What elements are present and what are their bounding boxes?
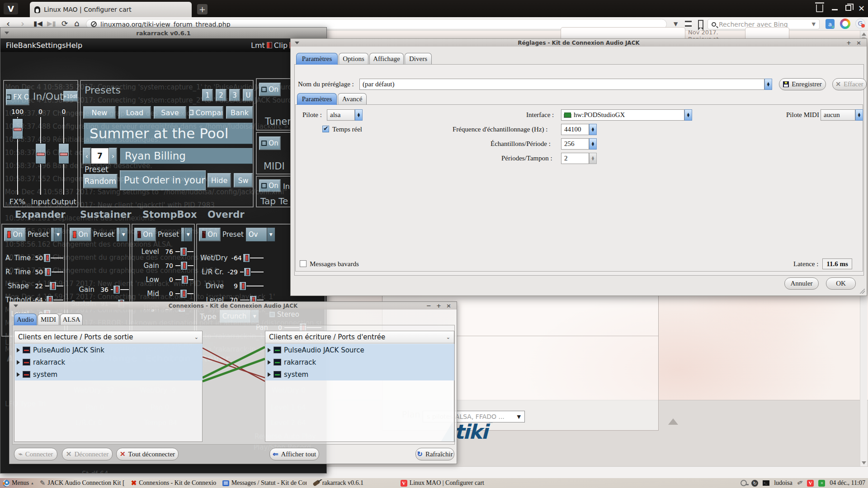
preset-slot-button[interactable]: 2 <box>216 89 226 101</box>
browser-tab[interactable]: Linux MAO | Configurer cart <box>30 2 192 17</box>
fast-forward-button[interactable]: ▶▮ <box>47 19 56 28</box>
stompbox-preset-dropdown[interactable]: Odie▼ <box>181 227 192 242</box>
window-minimize-button[interactable] <box>832 9 838 10</box>
overdrive-on-button[interactable]: On <box>199 228 221 241</box>
menu-item[interactable]: Help <box>66 41 82 50</box>
slider-track[interactable] <box>240 267 264 277</box>
frames-spinner[interactable]: ▲▼ <box>589 138 597 150</box>
tray-keys-icon[interactable] <box>741 480 747 486</box>
new-tab-button[interactable]: + <box>197 4 208 14</box>
samplerate-field[interactable]: 44100 <box>561 124 589 135</box>
scrollbar-down-icon[interactable] <box>862 461 866 465</box>
overdrive-preset-dropdown[interactable]: Ov▼ <box>245 227 275 242</box>
collapse-icon[interactable]: ⌄ <box>194 334 198 340</box>
verbose-checkbox[interactable] <box>300 260 307 267</box>
forward-button[interactable]: › <box>21 19 24 28</box>
slider-handle[interactable] <box>43 253 51 263</box>
random-button[interactable]: Random <box>83 174 118 188</box>
window-maximize-button[interactable] <box>845 5 851 11</box>
expand-icon[interactable] <box>17 348 20 352</box>
tab-divers[interactable]: Divers <box>405 53 432 65</box>
vivaldi-menu-button[interactable]: V <box>4 3 18 14</box>
cancel-button[interactable]: Annuler <box>784 277 819 290</box>
slider-handle[interactable] <box>113 285 120 294</box>
tab-midi[interactable]: MIDI <box>38 314 59 325</box>
reload-button[interactable]: ⟳ <box>61 19 68 28</box>
expand-icon[interactable] <box>17 360 20 365</box>
slider-track[interactable] <box>175 247 193 256</box>
client-row[interactable]: rakarrack <box>266 356 454 368</box>
slider-track[interactable] <box>35 117 46 195</box>
dialog-title-bar[interactable]: Réglages - Kit de Connexion Audio JACK +… <box>291 39 867 47</box>
window-minimize-icon[interactable]: − <box>426 302 431 309</box>
slider-handle[interactable] <box>44 267 52 277</box>
menu-item[interactable]: File <box>6 41 18 50</box>
connect-button[interactable]: ⌁Connecter <box>14 448 57 460</box>
preset-slot-button[interactable]: 1 <box>202 89 213 101</box>
window-maximize-icon[interactable]: + <box>846 39 851 46</box>
delete-preset-button[interactable]: ✕Effacer <box>832 78 867 90</box>
periods-spinner[interactable]: ▲▼ <box>589 153 597 164</box>
tray-pen-icon[interactable]: ✐ <box>796 479 803 488</box>
slider-track[interactable] <box>58 117 69 195</box>
input-clients-header[interactable]: Clients en écriture / Ports d'entrée ⌄ <box>265 331 454 343</box>
slider-track[interactable] <box>175 261 193 270</box>
stompbox-on-button[interactable]: On <box>134 228 156 241</box>
tray-green-icon[interactable]: ≡ <box>818 480 825 487</box>
expand-icon[interactable] <box>268 360 271 365</box>
slider-track[interactable] <box>244 253 264 263</box>
slider-handle[interactable] <box>58 143 69 164</box>
tab-affichage[interactable]: Affichage <box>369 53 404 65</box>
task-browser[interactable]: V Linux MAO | Configurer cart... <box>401 479 485 487</box>
menu-item[interactable]: Settings <box>36 41 66 50</box>
inner-tab-parametres[interactable]: Paramètres <box>297 93 337 105</box>
slider-track[interactable] <box>12 117 23 195</box>
collapse-icon[interactable]: ⌄ <box>446 334 450 340</box>
tab-audio[interactable]: Audio <box>14 314 37 325</box>
preset-slot-button[interactable]: 3 <box>229 89 240 101</box>
slider-track[interactable] <box>175 289 193 298</box>
switch-button[interactable]: Sw <box>234 173 253 188</box>
expand-icon[interactable] <box>268 372 271 377</box>
frames-field[interactable]: 256 <box>561 138 589 150</box>
midi-driver-spinner[interactable]: ▲▼ <box>855 109 863 121</box>
tab-alsa[interactable]: ALSA <box>60 314 83 325</box>
fx-on-checkbox[interactable] <box>6 94 11 100</box>
show-all-button[interactable]: ⇐Afficher tout <box>269 448 319 460</box>
tray-update-icon[interactable]: ↻ <box>751 480 758 487</box>
translate-extension-icon[interactable]: a <box>826 19 835 29</box>
window-maximize-icon[interactable]: + <box>436 302 441 309</box>
tuner-on-button[interactable]: On <box>259 83 281 96</box>
hide-button[interactable]: Hide <box>208 173 231 188</box>
expand-icon[interactable] <box>17 372 20 377</box>
slider-handle[interactable] <box>181 275 189 284</box>
slider-track[interactable] <box>45 253 63 263</box>
tray-user-label[interactable]: ludoisa <box>774 479 792 487</box>
tab-parametres[interactable]: Paramètres <box>296 53 338 65</box>
client-row[interactable]: rakarrack <box>15 356 203 368</box>
extension-icon[interactable]: G <box>855 19 865 28</box>
expander-preset-dropdown[interactable]: Noise Ga▼ <box>51 227 62 242</box>
refresh-button[interactable]: ↻Rafraîchir <box>415 448 454 460</box>
interface-spinner[interactable]: ▲▼ <box>684 109 692 121</box>
window-menu-icon[interactable] <box>14 305 18 307</box>
compare-checkbox[interactable] <box>189 110 193 115</box>
preset-name-spinner[interactable]: ▲▼ <box>764 79 772 90</box>
client-row[interactable]: PulseAudio JACK Source <box>266 344 454 356</box>
tray-terminal-icon[interactable]: >_ <box>763 480 769 486</box>
save-preset-button[interactable]: Enregistrer <box>779 78 826 90</box>
driver-spinner[interactable]: ▲▼ <box>355 109 363 121</box>
expander-on-button[interactable]: On <box>4 228 26 241</box>
preset-prev-button[interactable]: ‹ <box>83 148 91 164</box>
slider-handle[interactable] <box>35 143 46 164</box>
slider-handle[interactable] <box>239 282 246 291</box>
preset-slot-button[interactable]: U <box>243 89 254 101</box>
output-clients-header[interactable]: Clients en lecture / Ports de sortie ⌄ <box>14 331 202 343</box>
tap-on-button[interactable]: On <box>259 179 281 192</box>
home-button[interactable]: ⌂ <box>74 19 79 28</box>
expand-icon[interactable] <box>268 348 271 352</box>
plus10db-button[interactable]: +10dB <box>63 91 78 102</box>
task-connections[interactable]: ✖ Connexions - Kit de Connexio... <box>131 479 216 487</box>
slider-track[interactable] <box>111 285 129 294</box>
midi-driver-combo[interactable]: aucun <box>821 109 855 121</box>
